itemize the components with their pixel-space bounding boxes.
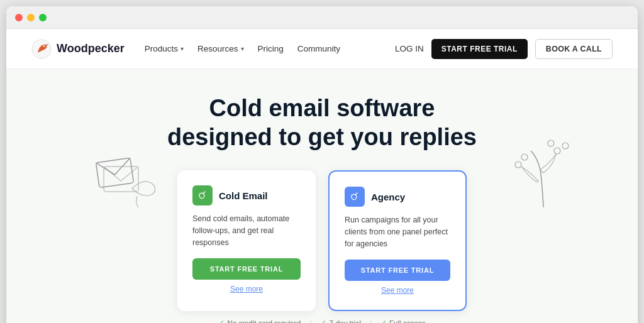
chevron-down-icon: ▾ <box>241 45 244 52</box>
cold-email-trial-button[interactable]: START FREE TRIAL <box>192 258 301 280</box>
card-header: Agency <box>345 187 450 207</box>
nav-links: Products ▾ Resources ▾ Pricing Community <box>145 44 375 53</box>
cold-email-card: Cold Email Send cold emails, automate fo… <box>177 170 316 311</box>
navbar: Woodpecker Products ▾ Resources ▾ Pricin… <box>6 29 638 69</box>
logo[interactable]: Woodpecker <box>31 39 125 59</box>
minimize-dot[interactable] <box>27 14 35 21</box>
nav-pricing[interactable]: Pricing <box>258 44 284 53</box>
svg-point-2 <box>44 45 45 45</box>
cold-email-desc: Send cold emails, automate follow-ups, a… <box>192 213 301 248</box>
svg-point-6 <box>562 143 569 149</box>
full-access-item: ✓ Full access <box>380 319 426 323</box>
svg-point-11 <box>349 191 360 202</box>
woodpecker-logo-icon <box>31 39 52 59</box>
cold-email-icon <box>192 185 213 205</box>
login-button[interactable]: LOG IN <box>395 44 424 53</box>
svg-point-10 <box>197 190 208 201</box>
agency-see-more[interactable]: See more <box>345 286 450 295</box>
nav-actions: LOG IN START FREE TRIAL BOOK A CALL <box>395 39 613 59</box>
check-icon: ✓ <box>380 319 387 323</box>
book-call-button[interactable]: BOOK A CALL <box>535 39 613 59</box>
svg-point-5 <box>554 148 560 154</box>
chevron-down-icon: ▾ <box>180 45 184 52</box>
no-cc-item: ✓ No credit card required <box>218 319 301 323</box>
card-header: Cold Email <box>192 185 301 205</box>
svg-point-8 <box>515 162 521 168</box>
svg-point-7 <box>548 140 554 146</box>
agency-trial-button[interactable]: START FREE TRIAL <box>345 260 450 281</box>
trust-bar: ✓ No credit card required | ✓ 7-day tria… <box>19 311 625 323</box>
hero-section: Cold email software designed to get you … <box>6 69 638 323</box>
cold-email-see-more[interactable]: See more <box>192 285 301 293</box>
nav-products[interactable]: Products ▾ <box>145 44 184 53</box>
trial-item: ✓ 7-day trial <box>320 319 361 323</box>
start-free-trial-button[interactable]: START FREE TRIAL <box>431 39 528 59</box>
logo-text: Woodpecker <box>57 42 125 55</box>
product-cards: Cold Email Send cold emails, automate fo… <box>19 170 625 311</box>
agency-icon <box>345 187 365 207</box>
maximize-dot[interactable] <box>39 14 47 21</box>
check-icon: ✓ <box>320 319 326 323</box>
nav-community[interactable]: Community <box>297 44 340 53</box>
agency-title: Agency <box>371 192 405 202</box>
svg-point-9 <box>521 154 528 160</box>
agency-card: Agency Run campaigns for all your client… <box>328 170 467 311</box>
browser-chrome <box>6 6 638 29</box>
nav-resources[interactable]: Resources ▾ <box>197 44 244 53</box>
cold-email-title: Cold Email <box>219 190 268 201</box>
check-icon: ✓ <box>218 319 225 323</box>
agency-desc: Run campaigns for all your clients from … <box>345 214 450 249</box>
close-dot[interactable] <box>15 14 23 21</box>
